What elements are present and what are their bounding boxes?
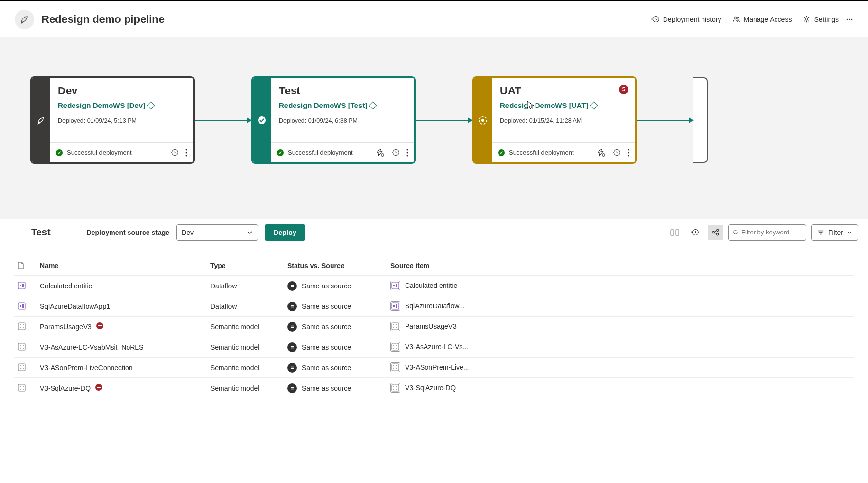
item-type: Dataflow xyxy=(206,276,283,296)
svg-point-30 xyxy=(733,230,737,234)
deploy-button[interactable]: Deploy xyxy=(265,224,305,241)
item-type-icon xyxy=(18,302,26,310)
source-stage-value: Dev xyxy=(182,229,194,236)
deployment-history-button[interactable]: Deployment history xyxy=(651,15,721,23)
equal-icon xyxy=(287,302,297,311)
stage-history-icon[interactable] xyxy=(612,148,621,157)
document-icon xyxy=(18,262,24,269)
table-row[interactable]: ParamsUsageV3 Semantic modelSame as sour… xyxy=(14,317,854,337)
workspace-link[interactable]: Redesign DemoWS [Test] xyxy=(279,101,406,109)
svg-rect-24 xyxy=(671,230,674,235)
warning-icon xyxy=(95,384,102,391)
svg-rect-45 xyxy=(18,343,25,350)
source-item-icon xyxy=(390,342,400,352)
filter-button[interactable]: Filter xyxy=(811,224,858,241)
svg-point-74 xyxy=(396,389,397,390)
col-type-header[interactable]: Type xyxy=(206,256,283,276)
col-status-header[interactable]: Status vs. Source xyxy=(283,256,387,276)
source-item[interactable]: SqlAzureDataflow... xyxy=(390,301,464,311)
source-item-icon xyxy=(390,281,400,290)
item-name: V3-AsAzure-LC-VsabMsit_NoRLS xyxy=(36,337,206,358)
page-title: Redesign demo pipeline xyxy=(41,13,165,26)
stage-more-menu[interactable] xyxy=(185,149,187,157)
filter-search[interactable] xyxy=(728,224,806,241)
settings-button[interactable]: Settings xyxy=(802,15,839,23)
stage-name: Test xyxy=(279,85,406,97)
svg-point-41 xyxy=(393,324,394,325)
deployed-timestamp: Deployed: 01/09/24, 6:38 PM xyxy=(279,117,406,124)
svg-point-16 xyxy=(407,155,408,156)
svg-point-29 xyxy=(717,233,719,235)
stages-row: DevRedesign DemoWS [Dev] Deployed: 01/09… xyxy=(0,76,868,164)
svg-point-63 xyxy=(393,368,394,369)
compare-toggle[interactable] xyxy=(667,225,683,240)
stage-more-menu[interactable] xyxy=(406,149,408,157)
svg-point-19 xyxy=(602,153,605,156)
col-source-header[interactable]: Source item xyxy=(387,256,854,276)
premium-icon xyxy=(369,101,377,109)
source-item-icon xyxy=(390,301,400,311)
stage-more-menu[interactable] xyxy=(628,149,629,157)
svg-rect-25 xyxy=(676,230,679,235)
svg-point-39 xyxy=(23,327,24,328)
table-row[interactable]: V3-ASonPrem-LiveConnectionSemantic model… xyxy=(14,358,854,378)
svg-point-12 xyxy=(381,153,384,156)
table-row[interactable]: Calculated entitieDataflowSame as source… xyxy=(14,276,854,296)
lineage-toggle[interactable] xyxy=(708,225,723,240)
svg-point-66 xyxy=(20,386,21,387)
item-name: Calculated entitie xyxy=(36,276,206,296)
filter-icon xyxy=(817,229,824,236)
table-row[interactable]: V3-SqlAzure-DQ Semantic modelSame as sou… xyxy=(14,378,854,398)
item-name: V3-ASonPrem-LiveConnection xyxy=(36,358,206,378)
workspace-link[interactable]: Redesign DemoWS [Dev] xyxy=(58,101,185,109)
deployment-rules-icon[interactable] xyxy=(597,148,606,157)
item-name: SqlAzureDataflowApp1 xyxy=(36,296,206,317)
deployment-status: Successful deployment xyxy=(67,149,132,156)
item-type: Dataflow xyxy=(206,296,283,317)
svg-point-21 xyxy=(628,149,629,150)
stage-name: UAT xyxy=(500,85,628,97)
svg-point-5 xyxy=(849,18,850,20)
stage-card-dev[interactable]: DevRedesign DemoWS [Dev] Deployed: 01/09… xyxy=(30,76,195,164)
source-item[interactable]: V3-SqlAzure-DQ xyxy=(390,383,456,393)
stage-card-test[interactable]: TestRedesign DemoWS [Test] Deployed: 01/… xyxy=(251,76,416,164)
source-item[interactable]: V3-ASonPrem-Live... xyxy=(390,362,469,372)
source-item-icon xyxy=(390,322,400,331)
stage-history-icon[interactable] xyxy=(391,148,400,157)
workspace-link[interactable]: Redesign DemoWS [UAT] xyxy=(500,101,628,109)
status-same-as-source: Same as source xyxy=(287,322,351,332)
svg-rect-55 xyxy=(18,364,25,371)
filter-input[interactable] xyxy=(741,229,802,236)
source-stage-dropdown[interactable]: Dev xyxy=(176,224,258,241)
stage-card-next-partial[interactable] xyxy=(693,77,708,163)
equal-icon xyxy=(287,342,297,352)
svg-point-43 xyxy=(393,327,394,328)
item-type: Semantic model xyxy=(206,317,283,337)
svg-point-54 xyxy=(396,348,397,349)
stage-history-icon[interactable] xyxy=(170,148,179,157)
svg-point-22 xyxy=(628,152,629,153)
success-icon xyxy=(498,149,505,156)
source-item[interactable]: Calculated entitie xyxy=(390,281,457,290)
history-toggle[interactable] xyxy=(687,225,703,240)
source-item[interactable]: V3-AsAzure-LC-Vs... xyxy=(390,342,468,352)
item-type-icon xyxy=(18,281,26,290)
col-name-header[interactable]: Name xyxy=(36,256,206,276)
manage-access-button[interactable]: Manage Access xyxy=(732,15,792,23)
svg-point-73 xyxy=(393,389,394,390)
settings-label: Settings xyxy=(814,16,839,23)
table-row[interactable]: V3-AsAzure-LC-VsabMsit_NoRLSSemantic mod… xyxy=(14,337,854,358)
stage-badge: 5 xyxy=(619,85,628,94)
stage-card-uat[interactable]: 5UATRedesign DemoWS [UAT] Deployed: 01/1… xyxy=(472,76,637,164)
svg-point-3 xyxy=(805,18,808,20)
svg-rect-70 xyxy=(392,384,399,391)
deployment-rules-icon[interactable] xyxy=(376,148,385,157)
svg-point-58 xyxy=(20,368,21,369)
source-item[interactable]: ParamsUsageV3 xyxy=(390,322,457,331)
svg-point-59 xyxy=(23,368,24,369)
table-row[interactable]: SqlAzureDataflowApp1DataflowSame as sour… xyxy=(14,296,854,317)
history-icon xyxy=(691,228,699,236)
history-icon xyxy=(651,15,660,23)
item-type-icon xyxy=(18,383,26,392)
more-menu[interactable] xyxy=(846,16,853,23)
